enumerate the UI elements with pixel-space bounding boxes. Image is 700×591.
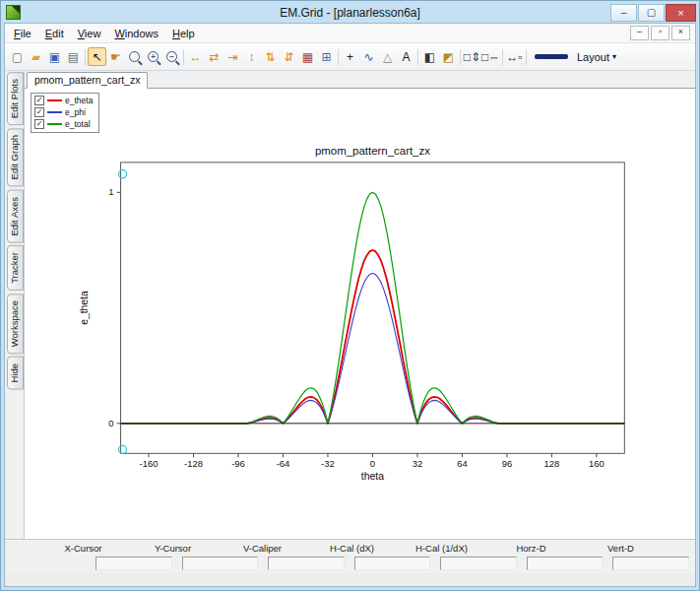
menu-windows[interactable]: Windows — [107, 27, 165, 40]
plot-canvas[interactable]: -160-128-96-64-32032649612816001pmom_pat… — [25, 89, 695, 539]
h-caliper-icon[interactable]: □⇔ — [481, 47, 500, 66]
v-caliper-icon[interactable]: □⇕ — [463, 47, 481, 66]
h-measure-icon[interactable]: ↔▫ — [505, 47, 524, 66]
x-tick-label: -160 — [140, 458, 159, 469]
sidebar-tab-tracker[interactable]: Tracker — [7, 245, 24, 291]
y-axis-label: e_theta — [79, 291, 90, 325]
layout-dropdown-label: Layout — [577, 51, 609, 63]
legend-checkbox-e_phi[interactable]: ✓ — [34, 107, 44, 117]
maximize-button[interactable]: ▢ — [638, 4, 665, 22]
close-button[interactable]: × — [666, 4, 696, 22]
fill-style-icon[interactable]: ◧ — [420, 47, 439, 66]
mdi-close-button[interactable]: × — [671, 26, 690, 40]
x-tick-label: 128 — [544, 458, 560, 469]
selection-handle[interactable] — [119, 170, 127, 178]
legend-checkbox-e_total[interactable]: ✓ — [34, 119, 44, 129]
series-e_total[interactable] — [121, 192, 625, 423]
menu-edit[interactable]: Edit — [38, 27, 71, 40]
x-tick-label: 64 — [457, 458, 468, 469]
legend-line-sample-icon — [47, 123, 62, 125]
status-field — [95, 557, 172, 570]
legend-label: e_theta — [65, 96, 93, 105]
series-e_theta[interactable] — [121, 250, 625, 424]
zoom-in-icon[interactable]: + — [144, 47, 162, 66]
tab-pmom-pattern-cart-zx[interactable]: pmom_pattern_cart_zx — [27, 72, 148, 89]
chevron-down-icon: ▾ — [612, 52, 616, 61]
line-style-sample-icon[interactable] — [535, 54, 568, 59]
menu-help[interactable]: Help — [165, 27, 202, 40]
mdi-minimize-button[interactable]: – — [630, 26, 649, 40]
select-arrow-icon[interactable]: ↖ — [88, 47, 106, 66]
page-horizontal-icon[interactable]: ⇥ — [223, 47, 242, 66]
menu-bar: FileEditViewWindowsHelp – ▫ × — [5, 24, 695, 43]
layout-dropdown[interactable]: Layout ▾ — [573, 49, 620, 65]
series-e_phi[interactable] — [121, 273, 625, 423]
title-bar: EM.Grid - [planarlesson6a] – ▢ × — [1, 1, 699, 23]
text-label-icon[interactable]: A — [397, 47, 415, 66]
status-field — [268, 557, 345, 570]
status-col-y-cursor: Y-Cursor — [128, 543, 218, 554]
expand-horizontal-icon[interactable]: ↔ — [186, 47, 205, 66]
legend-checkbox-e_theta[interactable]: ✓ — [34, 96, 44, 105]
mdi-window-controls: – ▫ × — [630, 26, 693, 40]
toolbar-separator — [338, 49, 339, 65]
y-tick-label: 1 — [108, 186, 113, 197]
window-controls: – ▢ × — [610, 4, 696, 22]
status-col-h-cal-1-dx-: H-Cal (1/dX) — [397, 543, 486, 554]
x-tick-label: 96 — [502, 458, 513, 469]
legend-item-e_theta: ✓e_theta — [34, 96, 93, 105]
menu-view[interactable]: View — [71, 27, 108, 40]
sidebar-tab-hide[interactable]: Hide — [7, 357, 24, 390]
zoom-out-icon: − — [166, 51, 177, 62]
x-tick-label: -64 — [277, 458, 290, 469]
status-field — [527, 557, 604, 570]
legend-line-sample-icon — [47, 99, 62, 101]
compress-vertical-icon[interactable]: ⇅ — [261, 47, 280, 66]
mdi-restore-button[interactable]: ▫ — [651, 26, 669, 40]
menu-items: FileEditViewWindowsHelp — [7, 27, 202, 40]
selection-handle[interactable] — [119, 445, 127, 453]
new-file-icon[interactable]: ▢ — [8, 47, 27, 66]
data-table-icon[interactable]: ▦ — [298, 47, 317, 66]
sidebar-tabs: Edit PlotsEdit GraphEdit AxesTrackerWork… — [5, 71, 24, 539]
app-logo-icon — [6, 5, 21, 20]
status-field — [440, 557, 517, 570]
page-vertical-icon[interactable]: ⇵ — [280, 47, 298, 66]
marker-icon[interactable]: △ — [378, 47, 397, 66]
add-point-icon[interactable]: + — [341, 47, 359, 66]
chart: -160-128-96-64-32032649612816001pmom_pat… — [25, 89, 695, 539]
colormap-icon[interactable]: ◩ — [439, 47, 458, 66]
zoom-region-icon — [129, 51, 140, 62]
status-col-vert-d: Vert-D — [576, 543, 666, 554]
compress-horizontal-icon[interactable]: ⇄ — [205, 47, 223, 66]
zoom-region-icon[interactable] — [125, 47, 144, 66]
layout-group: Layout ▾ — [535, 49, 620, 65]
status-col-x-cursor: X-Cursor — [38, 543, 128, 554]
legend-item-e_phi: ✓e_phi — [34, 107, 93, 117]
sidebar-tab-edit-plots[interactable]: Edit Plots — [7, 72, 24, 125]
x-tick-label: 32 — [413, 458, 423, 469]
toolbar-separator — [502, 49, 503, 65]
save-icon[interactable]: ▣ — [45, 47, 64, 66]
sidebar-tab-workspace[interactable]: Workspace — [7, 294, 24, 354]
pan-hand-icon[interactable]: ☛ — [106, 47, 125, 66]
legend-item-e_total: ✓e_total — [34, 119, 93, 129]
curve-fit-icon[interactable]: ∿ — [359, 47, 378, 66]
plot-frame — [121, 163, 625, 453]
cursor-readout-table: X-CursorY-CursorV-CaliperH-Cal (dX)H-Cal… — [5, 539, 695, 573]
app-frame: FileEditViewWindowsHelp – ▫ × ▢▰▣▤↖☛+−↔⇄… — [4, 23, 696, 587]
open-folder-icon[interactable]: ▰ — [27, 47, 45, 66]
status-headers: X-CursorY-CursorV-CaliperH-Cal (dX)H-Cal… — [5, 542, 695, 556]
sidebar-tab-edit-graph[interactable]: Edit Graph — [7, 128, 24, 186]
minimize-button[interactable]: – — [610, 4, 637, 22]
sidebar-tab-edit-axes[interactable]: Edit Axes — [7, 190, 24, 243]
status-fields — [5, 556, 695, 571]
print-icon[interactable]: ▤ — [64, 47, 83, 66]
status-col-h-cal-dx-: H-Cal (dX) — [307, 543, 397, 554]
expand-vertical-icon[interactable]: ↕ — [242, 47, 261, 66]
document-tab-bar: pmom_pattern_cart_zx — [25, 71, 695, 89]
grid-lines-icon[interactable]: ⊞ — [317, 47, 336, 66]
workspace: Edit PlotsEdit GraphEdit AxesTrackerWork… — [5, 71, 695, 539]
zoom-out-icon[interactable]: − — [162, 47, 181, 66]
menu-file[interactable]: File — [7, 27, 38, 40]
